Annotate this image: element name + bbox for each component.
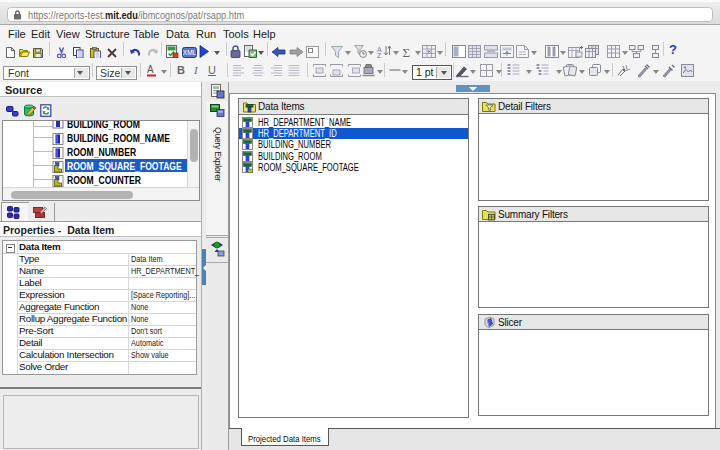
svg-text:XML: XML xyxy=(183,49,197,56)
svg-text:A: A xyxy=(147,64,154,75)
